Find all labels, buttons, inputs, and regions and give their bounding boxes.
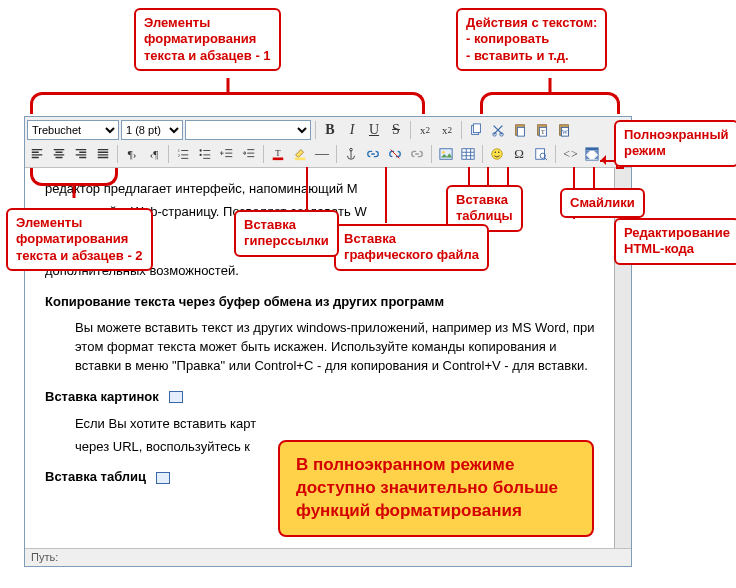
paste-word-icon: W: [557, 123, 571, 137]
content-paragraph: Вы можете вставить текст из других windo…: [75, 319, 595, 376]
svg-point-21: [442, 151, 445, 154]
unordered-list-button[interactable]: [195, 144, 215, 164]
copy-icon: [469, 123, 483, 137]
image-icon: [439, 147, 453, 161]
svg-text:T: T: [541, 129, 545, 135]
svg-text:T: T: [275, 148, 281, 158]
callout-image: Вставка графического файла: [334, 224, 489, 271]
align-center-icon: [52, 147, 66, 161]
outdent-button[interactable]: [217, 144, 237, 164]
italic-button[interactable]: I: [342, 120, 362, 140]
callout-format-1: Элементы форматирования текста и абзацев…: [134, 8, 281, 71]
svg-rect-20: [440, 149, 452, 160]
callout-html: Редактирование HTML-кода: [614, 218, 736, 265]
callout-format-2: Элементы форматирования текста и абзацев…: [6, 208, 153, 271]
status-bar: Путь:: [25, 548, 631, 566]
toolbar-row-2: ¶› ‹¶ 12 T — Ω < >: [27, 143, 629, 165]
toolbar: Trebuchet 1 (8 pt) B I U S x2 x2 T W ¶›: [25, 117, 631, 168]
unlink-icon: [388, 147, 402, 161]
link-icon: [366, 147, 380, 161]
image-icon: [169, 391, 183, 403]
content-heading: Вставка картинок: [45, 388, 595, 407]
indent-icon: [242, 147, 256, 161]
brace-format-1: [30, 92, 425, 114]
svg-point-14: [199, 149, 201, 151]
svg-rect-22: [462, 149, 474, 160]
search-icon: [534, 147, 548, 161]
style-select[interactable]: [185, 120, 311, 140]
callout-fullscreen: Полноэкранный режим: [614, 120, 736, 167]
subscript-button[interactable]: x2: [415, 120, 435, 140]
callout-smiley: Смайлики: [560, 188, 645, 218]
table-icon: [461, 147, 475, 161]
callout-link: Вставка гиперссылки: [234, 210, 339, 257]
brace-text-actions: [480, 92, 620, 114]
strike-button[interactable]: S: [386, 120, 406, 140]
align-right-button[interactable]: [71, 144, 91, 164]
rtl-button[interactable]: ‹¶: [144, 144, 164, 164]
svg-rect-26: [536, 149, 545, 160]
html-button[interactable]: < >: [560, 144, 580, 164]
svg-rect-5: [517, 127, 524, 136]
cut-icon: [491, 123, 505, 137]
nolink-button[interactable]: [407, 144, 427, 164]
nolink-icon: [410, 147, 424, 161]
copy-button[interactable]: [466, 120, 486, 140]
tip-fullscreen: В полноэкранном режиме доступно значител…: [278, 440, 594, 537]
anchor-icon: [344, 147, 358, 161]
bold-button[interactable]: B: [320, 120, 340, 140]
hr-button[interactable]: —: [312, 144, 332, 164]
outdent-icon: [220, 147, 234, 161]
table-icon: [156, 472, 170, 484]
ltr-button[interactable]: ¶›: [122, 144, 142, 164]
table-button[interactable]: [458, 144, 478, 164]
bg-color-icon: [293, 147, 307, 161]
smiley-button[interactable]: [487, 144, 507, 164]
align-center-button[interactable]: [49, 144, 69, 164]
text-color-button[interactable]: T: [268, 144, 288, 164]
smiley-icon: [490, 147, 504, 161]
ordered-list-icon: 12: [176, 147, 190, 161]
cut-button[interactable]: [488, 120, 508, 140]
align-left-icon: [30, 147, 44, 161]
callout-text-actions: Действия с текстом: - копировать - встав…: [456, 8, 607, 71]
align-justify-button[interactable]: [93, 144, 113, 164]
svg-text:W: W: [562, 129, 568, 135]
svg-rect-1: [473, 124, 480, 133]
svg-rect-18: [295, 158, 306, 161]
content-heading: Копирование текста через буфер обмена из…: [45, 293, 595, 312]
paste-text-icon: T: [535, 123, 549, 137]
size-select[interactable]: 1 (8 pt): [121, 120, 183, 140]
special-char-button[interactable]: Ω: [509, 144, 529, 164]
svg-rect-17: [273, 158, 284, 161]
underline-button[interactable]: U: [364, 120, 384, 140]
indent-button[interactable]: [239, 144, 259, 164]
unlink-button[interactable]: [385, 144, 405, 164]
paste-icon: [513, 123, 527, 137]
svg-text:2: 2: [178, 153, 180, 158]
superscript-button[interactable]: x2: [437, 120, 457, 140]
bg-color-button[interactable]: [290, 144, 310, 164]
svg-point-24: [494, 151, 496, 153]
brace-format-2: [30, 168, 118, 186]
anchor-button[interactable]: [341, 144, 361, 164]
paste-text-button[interactable]: T: [532, 120, 552, 140]
image-button[interactable]: [436, 144, 456, 164]
align-right-icon: [74, 147, 88, 161]
paste-button[interactable]: [510, 120, 530, 140]
link-button[interactable]: [363, 144, 383, 164]
svg-point-25: [498, 151, 500, 153]
search-button[interactable]: [531, 144, 551, 164]
ordered-list-button[interactable]: 12: [173, 144, 193, 164]
align-justify-icon: [96, 147, 110, 161]
paste-word-button[interactable]: W: [554, 120, 574, 140]
text-color-icon: T: [271, 147, 285, 161]
svg-rect-29: [586, 148, 598, 151]
content-paragraph: Если Вы хотите вставить карт: [75, 415, 595, 434]
toolbar-row-1: Trebuchet 1 (8 pt) B I U S x2 x2 T W: [27, 119, 629, 141]
unordered-list-icon: [198, 147, 212, 161]
svg-point-23: [492, 149, 503, 160]
font-select[interactable]: Trebuchet: [27, 120, 119, 140]
align-left-button[interactable]: [27, 144, 47, 164]
svg-point-15: [199, 154, 201, 156]
